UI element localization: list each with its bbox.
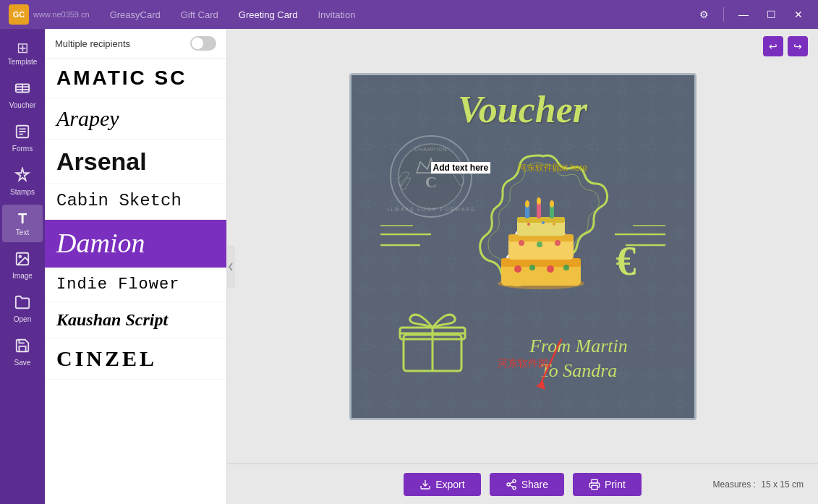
sidebar-item-image[interactable]: Image: [2, 245, 43, 286]
measures-display: Measures : 15 x 15 cm: [713, 479, 804, 490]
champion-logo: C ALWAYS LOOK FORWARD CHAMPION: [388, 133, 474, 220]
cake-image: [485, 189, 597, 294]
svg-point-28: [555, 240, 561, 246]
titlebar-separator: [723, 7, 724, 22]
measures-label: Measures :: [713, 479, 756, 490]
image-icon: [14, 251, 30, 270]
svg-point-48: [507, 483, 510, 486]
titlebar-left: GC www.ne0359.cn GreasyCard Gift Card Gr…: [9, 4, 364, 25]
font-item-arsenal[interactable]: Arsenal: [45, 140, 226, 184]
stamps-label: Stamps: [10, 188, 35, 196]
measures-value: 15 x 15 cm: [761, 479, 804, 490]
font-name-indie-flower: Indie Flower: [56, 276, 215, 294]
font-item-indie-flower[interactable]: Indie Flower: [45, 268, 226, 302]
font-name-cabin-sketch: Cabin Sketch: [56, 191, 215, 212]
svg-text:ALWAYS LOOK FORWARD: ALWAYS LOOK FORWARD: [388, 207, 474, 212]
svg-line-40: [540, 339, 561, 386]
svg-point-23: [563, 265, 569, 270]
print-button[interactable]: Print: [573, 473, 642, 496]
export-button[interactable]: Export: [404, 473, 480, 496]
sidebar-icons: ⊞ Template Voucher Forms: [0, 29, 45, 504]
share-button[interactable]: Share: [490, 473, 564, 496]
sidebar-item-text[interactable]: T Text: [2, 205, 43, 242]
share-label: Share: [521, 479, 548, 490]
arrow-indicator: [525, 332, 583, 397]
sidebar-item-template[interactable]: ⊞ Template: [2, 33, 43, 72]
save-label: Save: [14, 359, 31, 367]
add-text-black[interactable]: Add text here: [431, 162, 491, 174]
settings-button[interactable]: ⚙: [693, 4, 715, 25]
tab-greasycard[interactable]: GreasyCard: [101, 7, 169, 23]
template-icon: ⊞: [17, 39, 29, 56]
svg-rect-52: [592, 485, 597, 489]
print-icon: [589, 479, 600, 490]
text-label: Text: [16, 228, 29, 236]
voucher-card[interactable]: Voucher C ALWAYS LOOK FORWARD: [349, 73, 696, 420]
font-item-kaushan-script[interactable]: Kaushan Script: [45, 302, 226, 338]
svg-point-49: [513, 486, 516, 489]
svg-point-37: [527, 223, 530, 226]
export-icon: [419, 479, 431, 490]
app-name: www.ne0359.cn: [33, 10, 90, 19]
panel-expand-arrow[interactable]: [226, 245, 235, 289]
svg-rect-32: [537, 202, 541, 218]
tab-greetingcard[interactable]: Greeting Card: [230, 7, 307, 23]
app-logo: GC: [9, 4, 29, 25]
main-area: ⊞ Template Voucher Forms: [0, 29, 818, 504]
svg-point-21: [529, 265, 535, 270]
sidebar-item-open[interactable]: Open: [2, 289, 43, 329]
maximize-button[interactable]: ☐: [760, 4, 782, 25]
deco-lines-left: [380, 220, 446, 263]
canvas-toolbar: ↩ ↪: [763, 36, 808, 56]
titlebar-right: ⚙ — ☐ ✕: [693, 4, 809, 25]
svg-text:CHAMPION: CHAMPION: [414, 147, 448, 152]
svg-point-34: [525, 200, 529, 208]
svg-point-38: [542, 221, 545, 224]
nav-tabs: GreasyCard Gift Card Greeting Card Invit…: [101, 7, 365, 23]
open-icon: [14, 294, 30, 314]
font-item-damion[interactable]: Damion: [45, 220, 226, 268]
multiple-recipients-toggle[interactable]: [190, 36, 216, 51]
sidebar-item-voucher[interactable]: Voucher: [2, 74, 43, 115]
canvas-content: Voucher C ALWAYS LOOK FORWARD: [227, 29, 818, 464]
sidebar-item-save[interactable]: Save: [2, 332, 43, 372]
svg-point-27: [537, 242, 542, 247]
svg-point-20: [514, 265, 521, 273]
tab-giftcard[interactable]: Gift Card: [172, 7, 227, 23]
voucher-label: Voucher: [9, 101, 36, 109]
print-label: Print: [605, 479, 626, 490]
text-icon: T: [18, 210, 27, 227]
sidebar-item-stamps[interactable]: Stamps: [2, 161, 43, 202]
svg-point-26: [519, 240, 524, 246]
font-name-arapey: Arapey: [56, 106, 215, 132]
redo-button[interactable]: ↪: [788, 36, 808, 56]
undo-button[interactable]: ↩: [763, 36, 783, 56]
font-list[interactable]: Amatic Sc Arapey Arsenal Cabin Sketch Da…: [45, 59, 226, 504]
font-name-kaushan-script: Kaushan Script: [56, 309, 215, 330]
font-name-arsenal: Arsenal: [56, 147, 215, 176]
font-item-cinzel[interactable]: CINZEL: [45, 338, 226, 380]
sidebar-item-forms[interactable]: Forms: [2, 118, 43, 158]
forms-label: Forms: [12, 145, 33, 153]
svg-line-51: [509, 482, 513, 484]
font-name-cinzel: CINZEL: [56, 346, 215, 372]
font-item-cabin-sketch[interactable]: Cabin Sketch: [45, 184, 226, 220]
svg-point-22: [547, 265, 554, 273]
titlebar: GC www.ne0359.cn GreasyCard Gift Card Gr…: [0, 0, 818, 29]
font-name-amatic-sc: Amatic Sc: [56, 66, 215, 90]
euro-sign: €: [616, 238, 636, 284]
svg-point-36: [550, 200, 554, 208]
minimize-button[interactable]: —: [733, 4, 754, 25]
save-icon: [14, 338, 30, 357]
share-icon: [506, 479, 517, 490]
font-item-amatic-sc[interactable]: Amatic Sc: [45, 59, 226, 98]
forms-icon: [14, 124, 30, 143]
close-button[interactable]: ✕: [788, 4, 809, 25]
tab-invitation[interactable]: Invitation: [309, 7, 364, 23]
export-label: Export: [435, 479, 464, 490]
multiple-recipients-label: Multiple recipients: [55, 38, 130, 49]
svg-rect-30: [517, 217, 565, 223]
font-item-arapey[interactable]: Arapey: [45, 98, 226, 140]
svg-line-50: [509, 485, 513, 487]
template-label: Template: [8, 58, 38, 66]
